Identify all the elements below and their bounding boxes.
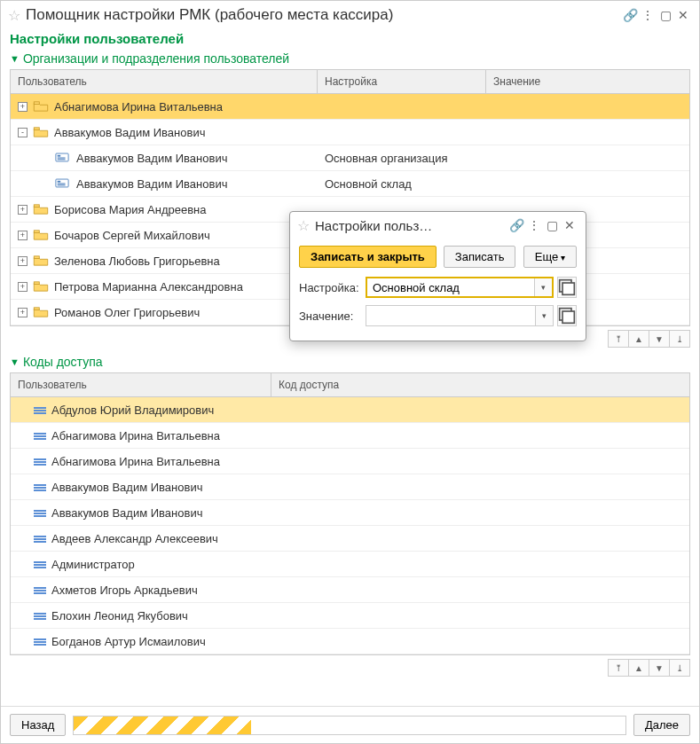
table-row[interactable]: Администратор (11, 552, 689, 577)
setting-input[interactable] (367, 278, 534, 296)
table-row[interactable]: Абнагимова Ирина Витальевна (11, 449, 689, 474)
svg-rect-38 (34, 592, 46, 594)
tree-expander[interactable]: + (18, 308, 28, 317)
col-user[interactable]: Пользователь (11, 373, 271, 396)
svg-rect-22 (34, 461, 46, 463)
table-row[interactable]: +Абнагимова Ирина Витальевна (11, 94, 689, 120)
col-setting[interactable]: Настройка (318, 70, 486, 93)
access-code-cell (271, 560, 689, 568)
user-name: Петрова Марианна Александровна (54, 280, 243, 294)
svg-rect-37 (34, 590, 46, 591)
kebab-icon[interactable]: ⋮ (639, 8, 657, 22)
nav-last-button[interactable]: ⤓ (669, 659, 690, 677)
setting-cell (318, 103, 486, 110)
card-icon (55, 178, 71, 189)
dropdown-button[interactable]: ▾ (535, 306, 553, 325)
svg-rect-5 (58, 159, 66, 160)
nav-up-button[interactable]: ▲ (628, 659, 649, 677)
maximize-icon[interactable]: ▢ (543, 218, 561, 232)
table-row[interactable]: Аввакумов Вадим Иванович (11, 474, 689, 500)
group-header-codes[interactable]: ▼ Коды доступа (1, 351, 699, 372)
folder-icon (33, 230, 49, 240)
maximize-icon[interactable]: ▢ (657, 8, 674, 22)
nav-up-button[interactable]: ▲ (628, 330, 649, 348)
svg-rect-7 (58, 181, 61, 183)
svg-rect-21 (34, 458, 46, 460)
tree-expander[interactable]: + (18, 205, 28, 215)
next-button[interactable]: Далее (633, 714, 690, 736)
list-icon (34, 506, 46, 520)
user-name: Аввакумов Вадим Иванович (51, 506, 202, 520)
table-row[interactable]: Абнагимова Ирина Витальевна (11, 423, 689, 449)
back-button[interactable]: Назад (10, 714, 66, 736)
nav-last-button[interactable]: ⤓ (669, 330, 690, 348)
star-icon[interactable]: ☆ (297, 217, 310, 234)
nav-down-button[interactable]: ▼ (649, 330, 670, 348)
table-row[interactable]: Абдулов Юрий Владимирович (11, 397, 689, 423)
user-name: Ахметов Игорь Аркадьевич (51, 583, 198, 597)
nav-first-button[interactable]: ⤒ (608, 330, 629, 348)
close-icon[interactable]: ✕ (674, 8, 692, 22)
user-name: Абнагимова Ирина Витальевна (54, 100, 223, 114)
nav-first-button[interactable]: ⤒ (608, 659, 629, 677)
tree-expander[interactable]: + (18, 102, 28, 112)
user-name: Богданов Артур Исмаилович (51, 635, 206, 648)
table-row[interactable]: -Аввакумов Вадим Иванович (11, 120, 689, 145)
value-cell (486, 129, 689, 136)
link-icon[interactable]: 🔗 (621, 8, 639, 22)
svg-rect-42 (34, 638, 46, 640)
table-row[interactable]: Аввакумов Вадим ИвановичОсновной склад (11, 171, 689, 197)
svg-rect-23 (34, 464, 46, 466)
col-code[interactable]: Код доступа (271, 373, 689, 396)
open-button[interactable] (557, 305, 577, 326)
folder-icon (33, 281, 49, 292)
nav-down-button[interactable]: ▼ (649, 659, 670, 677)
chevron-down-icon: ▼ (10, 356, 20, 367)
svg-rect-34 (34, 564, 46, 566)
access-code-cell (271, 406, 689, 413)
save-button[interactable]: Записать (444, 246, 516, 268)
svg-rect-44 (34, 644, 46, 646)
table-row[interactable]: Блохин Леонид Якубович (11, 603, 689, 629)
table-header: Пользователь Настройка Значение (11, 70, 689, 94)
close-icon[interactable]: ✕ (561, 218, 578, 232)
star-icon[interactable]: ☆ (8, 7, 20, 24)
svg-rect-3 (58, 155, 61, 157)
list-icon (34, 609, 46, 623)
group-header-label: Коды доступа (23, 355, 103, 369)
kebab-icon[interactable]: ⋮ (525, 218, 543, 232)
list-icon (34, 635, 46, 648)
table-row[interactable]: Аввакумов Вадим Иванович (11, 500, 689, 526)
table-row[interactable]: Ахметов Игорь Аркадьевич (11, 577, 689, 603)
col-user[interactable]: Пользователь (11, 70, 318, 93)
dropdown-button[interactable]: ▾ (534, 278, 552, 296)
table-row[interactable]: Богданов Артур Исмаилович (11, 629, 689, 654)
open-button[interactable] (557, 277, 577, 298)
col-value[interactable]: Значение (486, 70, 689, 93)
svg-rect-32 (34, 541, 46, 543)
save-close-button[interactable]: Записать и закрыть (299, 246, 437, 268)
table-row[interactable]: Аввакумов Вадим ИвановичОсновная организ… (11, 145, 689, 171)
svg-rect-41 (34, 618, 46, 620)
svg-rect-36 (34, 587, 46, 589)
tree-expander[interactable]: + (18, 282, 28, 292)
access-code-cell (271, 483, 689, 490)
table-nav-buttons: ⤒ ▲ ▼ ⤓ (1, 655, 699, 680)
value-label: Значение: (299, 309, 366, 323)
value-cell (486, 180, 689, 187)
svg-rect-0 (34, 102, 39, 105)
svg-rect-4 (58, 158, 66, 159)
window-title: Помощник настройки РМК (рабочего места к… (26, 6, 621, 24)
value-input[interactable] (366, 306, 535, 325)
tree-expander[interactable]: + (18, 256, 28, 266)
tree-expander[interactable]: - (18, 128, 28, 137)
tree-expander[interactable]: + (18, 231, 28, 240)
link-icon[interactable]: 🔗 (507, 218, 525, 232)
value-input-wrap: ▾ (366, 305, 554, 326)
svg-rect-26 (34, 489, 46, 491)
svg-rect-40 (34, 615, 46, 617)
more-button[interactable]: Еще (523, 246, 577, 268)
group-header-orgs[interactable]: ▼ Организации и подразделения пользовате… (1, 48, 699, 69)
access-codes-table: Пользователь Код доступа Абдулов Юрий Вл… (10, 372, 690, 655)
table-row[interactable]: Авдеев Александр Алексеевич (11, 526, 689, 552)
